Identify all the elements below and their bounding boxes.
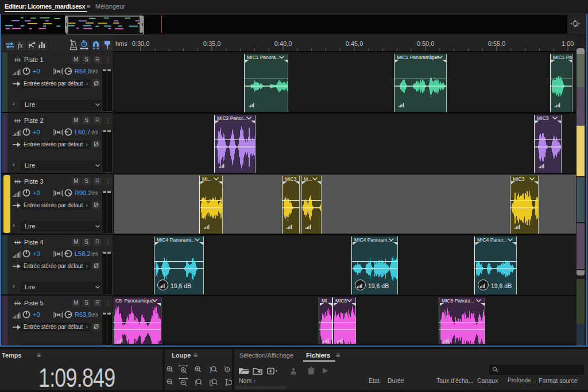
- svg-text:0:55,0: 0:55,0: [488, 40, 506, 47]
- svg-text:{: {: [195, 379, 197, 386]
- svg-text:0:35,0: 0:35,0: [203, 40, 221, 47]
- svg-text:{}: {}: [209, 379, 214, 386]
- svg-text:1:00: 1:00: [562, 40, 574, 47]
- svg-text:0:30,0: 0:30,0: [132, 40, 150, 47]
- svg-text:}: }: [210, 366, 212, 373]
- svg-text:0:40,0: 0:40,0: [274, 40, 292, 47]
- svg-text:0:50,0: 0:50,0: [417, 40, 435, 47]
- svg-text:0:45,0: 0:45,0: [346, 40, 363, 47]
